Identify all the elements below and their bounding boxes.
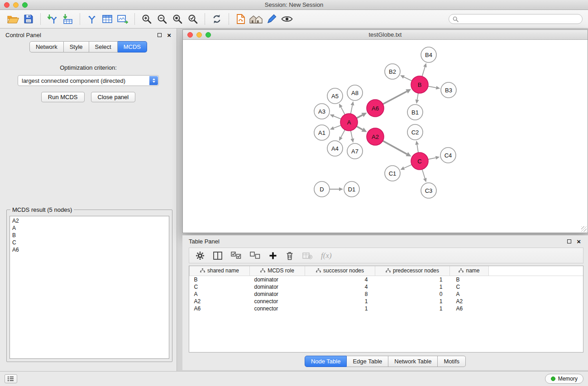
table-cell[interactable]: connector bbox=[250, 298, 305, 305]
table-cell[interactable]: A bbox=[450, 291, 489, 298]
table-row[interactable]: Bdominator41B bbox=[190, 276, 583, 283]
table-cell[interactable]: C bbox=[190, 283, 250, 291]
network-node-A6[interactable]: A6 bbox=[367, 100, 384, 117]
close-panel-icon[interactable]: × bbox=[167, 32, 171, 38]
table-cell[interactable]: connector bbox=[250, 305, 305, 312]
zoom-fit-button[interactable] bbox=[170, 12, 185, 26]
mcds-result-item[interactable]: A2 bbox=[12, 217, 167, 224]
table-cell[interactable]: dominator bbox=[250, 276, 305, 283]
zoom-window-button[interactable] bbox=[22, 2, 28, 8]
network-node-B4[interactable]: B4 bbox=[421, 47, 436, 62]
show-home-button[interactable] bbox=[249, 12, 264, 26]
network-node-C3[interactable]: C3 bbox=[421, 183, 436, 198]
table-cell[interactable]: dominator bbox=[250, 283, 305, 291]
minimize-window-button[interactable] bbox=[13, 2, 19, 8]
search-field[interactable] bbox=[449, 14, 583, 24]
column-header-shared-name[interactable]: shared name bbox=[190, 266, 250, 276]
zoom-selected-button[interactable] bbox=[185, 12, 201, 26]
network-canvas[interactable]: B4B2BB3A5A8A6B1A3AC2A1A2A4A7C4CC1C3DD1 bbox=[183, 40, 588, 233]
memory-button[interactable]: Memory bbox=[545, 374, 583, 384]
mcds-result-item[interactable]: B bbox=[12, 232, 167, 239]
select-all-columns-button[interactable] bbox=[231, 252, 241, 259]
create-column-button[interactable] bbox=[269, 252, 277, 260]
mcds-result-list[interactable]: A2ABCA6 bbox=[10, 216, 169, 359]
show-columns-button[interactable] bbox=[213, 252, 222, 260]
table-cell[interactable]: 1 bbox=[375, 298, 450, 305]
mcds-result-item[interactable]: A bbox=[12, 224, 167, 232]
network-node-D[interactable]: D bbox=[314, 181, 330, 197]
tab-network[interactable]: Network bbox=[29, 41, 64, 52]
refresh-view-button[interactable] bbox=[209, 12, 225, 26]
table-cell[interactable]: 4 bbox=[305, 283, 375, 291]
tab-network-table[interactable]: Network Table bbox=[388, 356, 438, 367]
table-cell[interactable]: B bbox=[450, 276, 489, 283]
network-node-B3[interactable]: B3 bbox=[441, 82, 456, 98]
network-node-C4[interactable]: C4 bbox=[440, 148, 456, 163]
style-editor-button[interactable] bbox=[264, 12, 279, 26]
deselect-all-columns-button[interactable] bbox=[250, 252, 260, 259]
network-node-C1[interactable]: C1 bbox=[385, 166, 400, 181]
float-table-panel-icon[interactable] bbox=[567, 239, 571, 243]
network-zoom-button[interactable] bbox=[206, 32, 211, 38]
network-node-C2[interactable]: C2 bbox=[407, 124, 423, 140]
network-minimize-button[interactable] bbox=[196, 32, 202, 38]
network-node-B2[interactable]: B2 bbox=[385, 64, 400, 79]
network-node-A7[interactable]: A7 bbox=[347, 143, 363, 159]
table-cell[interactable]: 1 bbox=[375, 305, 450, 312]
tab-node-table[interactable]: Node Table bbox=[305, 356, 347, 367]
resize-grip[interactable] bbox=[581, 226, 587, 232]
network-node-A1[interactable]: A1 bbox=[314, 125, 330, 140]
network-node-A4[interactable]: A4 bbox=[327, 141, 343, 156]
network-node-A5[interactable]: A5 bbox=[327, 88, 343, 104]
column-header-mcds-role[interactable]: MCDS role bbox=[250, 266, 305, 276]
criterion-dropdown[interactable]: largest connected component (directed) bbox=[18, 75, 159, 86]
table-row[interactable]: A2connector11A2 bbox=[190, 298, 583, 305]
table-cell[interactable]: dominator bbox=[250, 291, 305, 298]
close-window-button[interactable] bbox=[4, 2, 10, 8]
table-row[interactable]: A6connector11A6 bbox=[190, 305, 583, 312]
dropdown-stepper-icon[interactable] bbox=[149, 76, 158, 85]
delete-column-button[interactable] bbox=[286, 251, 294, 260]
float-panel-icon[interactable] bbox=[158, 33, 162, 37]
new-network-button[interactable] bbox=[84, 12, 100, 26]
table-cell[interactable]: 1 bbox=[305, 305, 375, 312]
table-row[interactable]: Cdominator41C bbox=[190, 283, 583, 291]
table-cell[interactable]: A2 bbox=[450, 298, 489, 305]
table-cell[interactable]: 1 bbox=[375, 283, 450, 291]
table-cell[interactable]: 1 bbox=[305, 298, 375, 305]
network-node-C[interactable]: C bbox=[411, 152, 428, 170]
network-close-button[interactable] bbox=[187, 32, 193, 38]
tab-style[interactable]: Style bbox=[64, 41, 89, 52]
table-cell[interactable]: 4 bbox=[305, 276, 375, 283]
column-header-name[interactable]: name bbox=[450, 266, 489, 276]
table-cell[interactable]: A bbox=[190, 291, 250, 298]
tab-edge-table[interactable]: Edge Table bbox=[347, 356, 388, 367]
table-settings-button[interactable] bbox=[196, 251, 205, 260]
tab-select[interactable]: Select bbox=[89, 41, 118, 52]
table-cell[interactable]: B bbox=[190, 276, 250, 283]
save-session-button[interactable] bbox=[21, 12, 36, 26]
table-cell[interactable]: C bbox=[450, 283, 489, 291]
network-node-A[interactable]: A bbox=[340, 114, 358, 131]
network-graph[interactable]: B4B2BB3A5A8A6B1A3AC2A1A2A4A7C4CC1C3DD1 bbox=[183, 40, 588, 233]
column-header-predecessor-nodes[interactable]: predecessor nodes bbox=[375, 266, 450, 276]
table-cell[interactable]: 0 bbox=[375, 291, 450, 298]
table-row[interactable]: Adominator80A bbox=[190, 291, 583, 298]
import-network-button[interactable] bbox=[45, 12, 60, 26]
network-node-D1[interactable]: D1 bbox=[344, 181, 359, 197]
show-hide-button[interactable] bbox=[279, 12, 295, 26]
table-cell[interactable]: 1 bbox=[375, 276, 450, 283]
table-cell[interactable]: A6 bbox=[450, 305, 489, 312]
zoom-in-button[interactable] bbox=[139, 12, 154, 26]
tab-mcds[interactable]: MCDS bbox=[118, 41, 147, 52]
network-node-A8[interactable]: A8 bbox=[347, 85, 363, 100]
task-history-button[interactable] bbox=[5, 374, 17, 383]
zoom-out-button[interactable] bbox=[154, 12, 170, 26]
apply-layout-button[interactable] bbox=[233, 12, 249, 26]
column-header-successor-nodes[interactable]: successor nodes bbox=[305, 266, 375, 276]
network-node-B[interactable]: B bbox=[411, 76, 428, 93]
mcds-result-item[interactable]: C bbox=[12, 239, 167, 246]
network-node-B1[interactable]: B1 bbox=[407, 105, 423, 120]
import-table-button[interactable] bbox=[60, 12, 76, 26]
export-image-button[interactable] bbox=[115, 12, 130, 26]
